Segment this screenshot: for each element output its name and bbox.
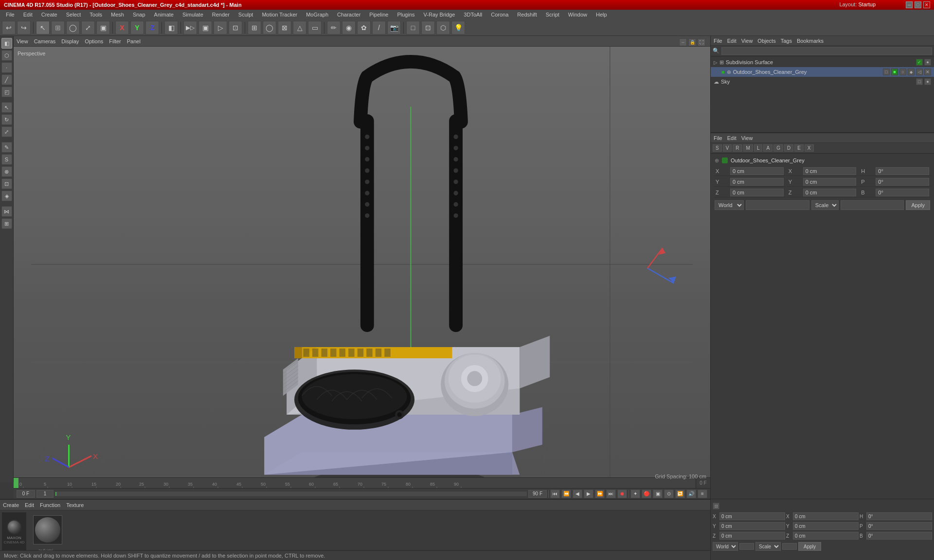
select-mode-button[interactable]: ↖: [36, 21, 50, 35]
menu-select[interactable]: Select: [62, 11, 85, 18]
obj-flag-x[interactable]: ✕: [924, 69, 931, 75]
attr-z-pos-input[interactable]: [730, 189, 784, 196]
object-tool-button[interactable]: ▣: [96, 21, 110, 35]
menu-motion-tracker[interactable]: Motion Tracker: [258, 11, 301, 18]
obj-flag-visible[interactable]: ✓: [916, 59, 923, 66]
menu-file[interactable]: File: [2, 11, 18, 18]
play-reverse-btn[interactable]: ◀: [573, 490, 582, 498]
menu-plugins[interactable]: Plugins: [393, 11, 418, 18]
material-preview[interactable]: [33, 515, 62, 544]
menu-sculpt[interactable]: Sculpt: [234, 11, 257, 18]
viewport-menu-options[interactable]: Options: [85, 38, 103, 44]
attr-tab-x[interactable]: X: [805, 144, 814, 152]
play-btn[interactable]: ▶: [584, 490, 593, 498]
viewport-menu-display[interactable]: Display: [61, 38, 79, 44]
attr-tab-s[interactable]: S: [713, 144, 722, 152]
attr-tab-g[interactable]: G: [773, 144, 783, 152]
menu-corona[interactable]: Corona: [487, 11, 512, 18]
render-view-btn[interactable]: ▷: [214, 21, 227, 35]
menu-animate[interactable]: Animate: [150, 11, 178, 18]
attr-tab-e[interactable]: E: [794, 144, 804, 152]
playback-range-bar[interactable]: [55, 491, 527, 496]
attr-tab-a[interactable]: A: [763, 144, 772, 152]
viewport-menu-view[interactable]: View: [17, 38, 28, 44]
knife-btn[interactable]: /: [372, 21, 386, 35]
camera-btn[interactable]: 📷: [387, 21, 401, 35]
obj-item-subdivision-surface[interactable]: ▷ ⊞ Subdivision Surface ✓ ●: [711, 57, 934, 67]
attr-menu-edit[interactable]: Edit: [727, 135, 736, 141]
menu-tools[interactable]: Tools: [86, 11, 106, 18]
move-tool-button[interactable]: ⊞: [51, 21, 65, 35]
fx-btn[interactable]: ✿: [357, 21, 371, 35]
attr-h-input[interactable]: [876, 167, 929, 175]
tool-model-mode[interactable]: ◧: [1, 38, 12, 49]
pos-z-input[interactable]: [719, 532, 785, 540]
x-axis-button[interactable]: X: [115, 21, 129, 35]
obj-flag-render[interactable]: ●: [924, 59, 931, 66]
attr-x-pos-input[interactable]: [730, 167, 784, 175]
menu-window[interactable]: Window: [564, 11, 591, 18]
sound-btn[interactable]: 🔊: [686, 490, 696, 498]
paint-tool-btn[interactable]: ✏: [327, 21, 341, 35]
tool-texture-mode[interactable]: ⬡: [1, 50, 12, 61]
menu-create[interactable]: Create: [37, 11, 61, 18]
render-settings-btn[interactable]: ⊡: [229, 21, 242, 35]
attr-x-size-input[interactable]: [803, 167, 857, 175]
tool-rotate[interactable]: ↻: [1, 114, 12, 125]
viewport-menu-panel[interactable]: Panel: [127, 38, 141, 44]
tab-edit[interactable]: Edit: [25, 502, 34, 508]
viewport-menu-cameras[interactable]: Cameras: [34, 38, 56, 44]
display-light-btn[interactable]: 💡: [451, 21, 465, 35]
viewport-fullscreen-btn[interactable]: ⛶: [698, 38, 705, 46]
attr-y-pos-input[interactable]: [730, 178, 784, 186]
prev-frame-btn[interactable]: ⏪: [561, 490, 571, 498]
loop-btn[interactable]: 🔁: [675, 490, 685, 498]
current-frame-input[interactable]: [17, 490, 35, 498]
timeline-ruler[interactable]: 0 5 10 15 20 25 30 35 40 45 50 55 60: [18, 478, 696, 489]
attr-z-size-input[interactable]: [803, 189, 857, 196]
obj-flag-anim[interactable]: □: [883, 69, 890, 75]
tab-function[interactable]: Function: [40, 502, 60, 508]
menu-render[interactable]: Render: [208, 11, 234, 18]
obj-menu-objects[interactable]: Objects: [757, 38, 775, 44]
obj-flag-e[interactable]: ◁: [916, 69, 923, 75]
new-cube-btn[interactable]: ⊞: [248, 21, 261, 35]
obj-flag-sky-r[interactable]: ●: [924, 78, 931, 85]
scale-dropdown[interactable]: Scale: [755, 542, 781, 551]
obj-menu-tags[interactable]: Tags: [781, 38, 792, 44]
next-frame-btn[interactable]: ⏩: [595, 490, 605, 498]
minimize-button[interactable]: ─: [906, 1, 913, 8]
tab-create[interactable]: Create: [3, 502, 19, 508]
goto-end-btn[interactable]: ⏭: [606, 490, 616, 498]
obj-menu-edit[interactable]: Edit: [727, 38, 736, 44]
tool-paint[interactable]: S: [1, 154, 12, 165]
obj-flag-vis2[interactable]: ■: [891, 69, 898, 75]
display-wire-btn[interactable]: ⊡: [421, 21, 435, 35]
rot-b-input[interactable]: [866, 532, 932, 540]
world-dropdown[interactable]: World: [713, 542, 738, 551]
tool-select-all[interactable]: ⊗: [1, 166, 12, 177]
menu-simulate[interactable]: Simulate: [179, 11, 207, 18]
tool-edges-mode[interactable]: ╱: [1, 74, 12, 85]
pos-y2-input[interactable]: [793, 522, 859, 530]
obj-flag-d[interactable]: ◆: [908, 69, 915, 75]
world-slider[interactable]: [739, 543, 754, 550]
motion-path-btn[interactable]: ⊙: [664, 490, 674, 498]
obj-flag-r2[interactable]: ○: [899, 69, 906, 75]
menu-edit[interactable]: Edit: [19, 11, 36, 18]
rot-p-input[interactable]: [866, 522, 932, 530]
menu-help[interactable]: Help: [592, 11, 611, 18]
apply-button[interactable]: Apply: [906, 200, 930, 210]
end-frame-input[interactable]: [528, 490, 547, 498]
menu-script[interactable]: Script: [542, 11, 563, 18]
viewport-expand-btn[interactable]: ↔: [679, 38, 687, 46]
tab-texture[interactable]: Texture: [66, 502, 84, 508]
scale-slider[interactable]: [782, 543, 797, 550]
attr-b-input[interactable]: [876, 189, 929, 196]
tool-grid-snap[interactable]: ⊞: [1, 218, 12, 229]
apply-coords-button[interactable]: Apply: [798, 542, 821, 551]
viewport-content[interactable]: X Y Z Perspective Grid Spacing: 100 cm: [14, 47, 710, 482]
pos-y-input[interactable]: [719, 522, 785, 530]
attr-tab-v[interactable]: V: [723, 144, 732, 152]
obj-menu-view[interactable]: View: [741, 38, 753, 44]
